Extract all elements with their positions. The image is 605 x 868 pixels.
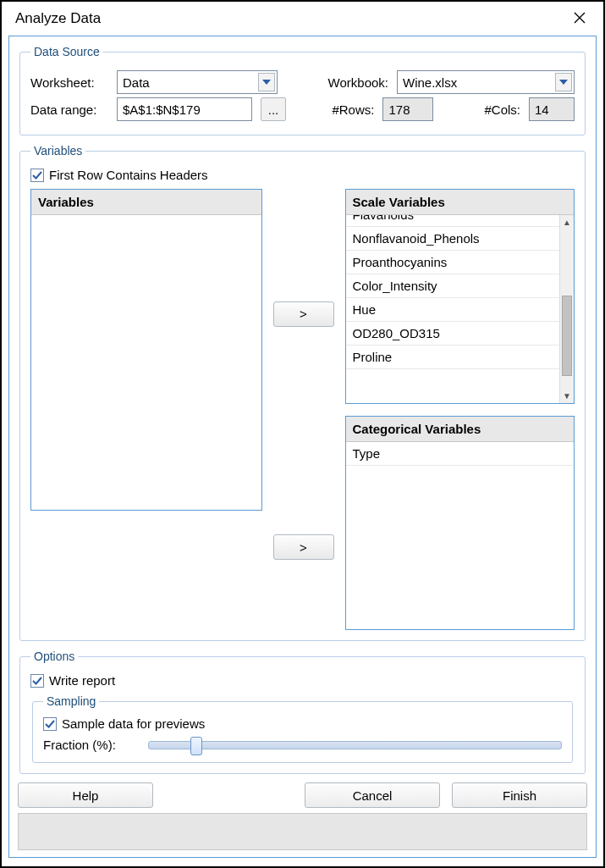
write-report-row[interactable]: Write report [30, 673, 575, 688]
scrollbar[interactable]: ▲ ▼ [559, 215, 574, 403]
cancel-button[interactable]: Cancel [305, 782, 440, 808]
source-variables-list[interactable] [31, 215, 261, 510]
move-to-categorical-button[interactable]: > [273, 534, 334, 560]
write-report-label: Write report [49, 673, 115, 688]
variables-area: Variables > > Scale Variables Flavanoids… [30, 189, 575, 630]
fraction-slider[interactable] [148, 741, 562, 749]
data-source-row-1: Worksheet: Data Workbook: Wine.xlsx [30, 70, 575, 94]
categorical-variables-list[interactable]: Type [346, 442, 575, 630]
sampling-group: Sampling Sample data for previews Fracti… [32, 694, 573, 763]
titlebar: Analyze Data [8, 7, 597, 36]
first-row-headers-row[interactable]: First Row Contains Headers [30, 168, 575, 182]
variables-group: Variables First Row Contains Headers Var… [19, 144, 586, 641]
list-item[interactable]: Color_Intensity [346, 274, 575, 298]
worksheet-label: Worksheet: [30, 75, 108, 90]
source-variables-header: Variables [31, 190, 261, 215]
worksheet-value: Data [123, 75, 150, 90]
options-group: Options Write report Sampling Sample dat… [19, 650, 586, 774]
list-item[interactable]: Flavanoids [346, 215, 575, 227]
workbook-label: Workbook: [312, 75, 388, 90]
dialog-title: Analyze Data [15, 10, 101, 27]
data-source-legend: Data Source [30, 45, 103, 58]
list-item[interactable]: Type [346, 442, 575, 466]
finish-button[interactable]: Finish [452, 782, 587, 808]
help-button[interactable]: Help [18, 782, 153, 808]
scale-variables-list[interactable]: FlavanoidsNonflavanoid_PhenolsProanthocy… [346, 215, 575, 403]
sample-data-label: Sample data for previews [62, 716, 205, 731]
list-item[interactable]: Proline [346, 346, 575, 369]
cols-label: #Cols: [484, 102, 520, 117]
scroll-down-icon[interactable]: ▼ [560, 389, 574, 403]
rows-label: #Rows: [332, 102, 374, 117]
move-to-scale-button[interactable]: > [273, 301, 334, 327]
rows-value [382, 97, 433, 121]
cols-value [529, 97, 575, 121]
scroll-up-icon[interactable]: ▲ [560, 215, 574, 229]
target-lists-column: Scale Variables FlavanoidsNonflavanoid_P… [345, 189, 575, 630]
list-item[interactable]: Nonflavanoid_Phenols [346, 227, 575, 251]
move-buttons-column: > > [271, 189, 337, 630]
variables-legend: Variables [30, 144, 85, 158]
list-item[interactable]: Hue [346, 298, 575, 322]
first-row-headers-checkbox[interactable] [30, 169, 44, 182]
data-range-label: Data range: [30, 102, 108, 117]
categorical-variables-header: Categorical Variables [346, 417, 575, 442]
data-source-row-2: Data range: ... #Rows: #Cols: [30, 97, 575, 121]
chevron-down-icon [555, 73, 572, 91]
list-item[interactable]: OD280_OD315 [346, 322, 575, 346]
scale-variables-panel: Scale Variables FlavanoidsNonflavanoid_P… [345, 189, 575, 404]
data-range-browse-button[interactable]: ... [261, 97, 286, 121]
first-row-headers-label: First Row Contains Headers [49, 168, 208, 182]
write-report-checkbox[interactable] [30, 674, 44, 688]
chevron-down-icon [258, 73, 275, 91]
fraction-row: Fraction (%): [43, 738, 562, 752]
status-bar [18, 813, 587, 850]
data-source-group: Data Source Worksheet: Data Workbook: Wi… [19, 45, 586, 135]
list-item[interactable]: Proanthocyanins [346, 251, 575, 274]
footer-buttons: Help Cancel Finish [18, 782, 587, 808]
analyze-data-dialog: Analyze Data Data Source Worksheet: Data… [0, 0, 605, 868]
scroll-thumb[interactable] [562, 296, 572, 376]
workbook-value: Wine.xlsx [403, 75, 457, 90]
sampling-legend: Sampling [43, 694, 99, 708]
fraction-label: Fraction (%): [43, 738, 136, 752]
close-icon[interactable] [569, 10, 590, 27]
dialog-content: Data Source Worksheet: Data Workbook: Wi… [8, 36, 597, 858]
sample-data-row[interactable]: Sample data for previews [43, 716, 562, 731]
data-range-input[interactable] [117, 97, 252, 121]
worksheet-combo[interactable]: Data [117, 70, 278, 94]
slider-thumb[interactable] [190, 737, 202, 755]
scale-variables-header: Scale Variables [346, 190, 575, 215]
workbook-combo[interactable]: Wine.xlsx [397, 70, 575, 94]
options-legend: Options [30, 650, 78, 663]
source-variables-panel: Variables [30, 189, 262, 511]
categorical-variables-panel: Categorical Variables Type [345, 416, 575, 631]
sample-data-checkbox[interactable] [43, 717, 57, 731]
